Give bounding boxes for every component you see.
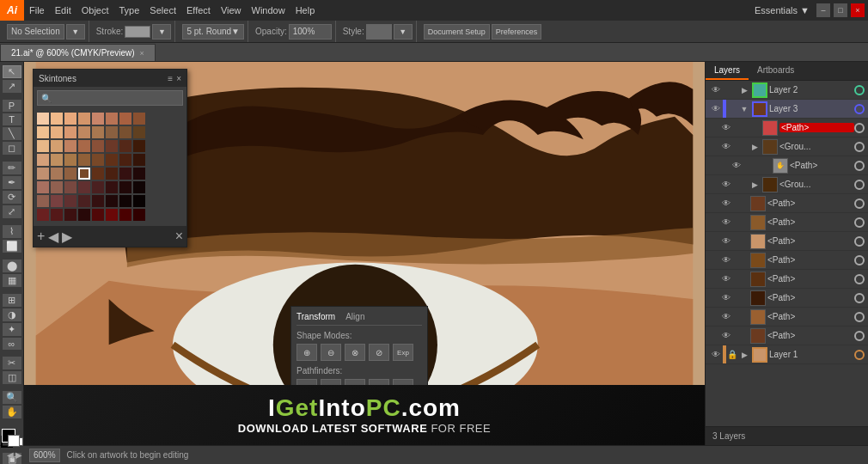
selection-dropdown[interactable]: No Selection xyxy=(7,24,64,40)
swatch-cell[interactable] xyxy=(106,140,118,152)
swatch-cell[interactable] xyxy=(37,154,49,166)
swatch-cell[interactable] xyxy=(64,126,76,138)
doc-setup-btn[interactable]: Document Setup xyxy=(424,24,490,40)
menu-effect[interactable]: Effect xyxy=(181,0,216,21)
skintones-prev-btn[interactable]: ◀ xyxy=(48,229,58,245)
skintones-trash-btn[interactable]: × xyxy=(175,229,183,244)
skintones-search-input[interactable] xyxy=(37,90,183,106)
swatch-cell[interactable] xyxy=(37,140,49,152)
swatch-cell[interactable] xyxy=(92,168,104,180)
background-swatch[interactable] xyxy=(8,435,20,447)
layer-row-path-4[interactable]: 👁 <Path> xyxy=(706,251,868,270)
swatch-cell[interactable] xyxy=(64,113,76,125)
line-tool[interactable]: ╲ xyxy=(3,127,21,140)
swatch-cell[interactable] xyxy=(37,195,49,207)
layer2-expand-icon[interactable]: ▶ xyxy=(738,86,750,95)
swatch-cell[interactable] xyxy=(51,113,63,125)
swatch-cell-selected[interactable] xyxy=(78,168,90,180)
swatch-cell[interactable] xyxy=(51,209,63,221)
swatch-cell[interactable] xyxy=(133,126,145,138)
eraser-tool[interactable]: ◫ xyxy=(3,371,21,384)
document-tab[interactable]: 21.ai* @ 600% (CMYK/Preview) × xyxy=(0,44,156,61)
swatch-cell[interactable] xyxy=(119,181,131,193)
swatch-cell[interactable] xyxy=(78,154,90,166)
menu-type[interactable]: Type xyxy=(114,0,145,21)
close-button[interactable]: × xyxy=(851,3,865,17)
zoom-display[interactable]: 600% xyxy=(29,449,60,462)
stroke-options-btn[interactable]: ▼ xyxy=(152,24,171,40)
swatch-cell[interactable] xyxy=(119,113,131,125)
swatch-cell[interactable] xyxy=(51,181,63,193)
menu-select[interactable]: Select xyxy=(144,0,181,21)
align-tab[interactable]: Align xyxy=(345,312,364,321)
group2-visibility[interactable]: 👁 xyxy=(719,180,733,189)
opacity-value[interactable]: 100% xyxy=(289,24,332,40)
swatch-cell[interactable] xyxy=(133,140,145,152)
swatch-cell[interactable] xyxy=(119,126,131,138)
swatch-cell[interactable] xyxy=(106,113,118,125)
layer3-visibility-icon[interactable]: 👁 xyxy=(709,104,723,113)
eyedropper-tool[interactable]: ✦ xyxy=(3,323,21,336)
swatch-cell[interactable] xyxy=(51,168,63,180)
swatch-cell[interactable] xyxy=(92,154,104,166)
blend-tool[interactable]: ∞ xyxy=(3,338,21,350)
layer-row-path-6[interactable]: 👁 <Path> xyxy=(706,289,868,308)
preferences-btn[interactable]: Preferences xyxy=(492,24,542,40)
menu-help[interactable]: Help xyxy=(290,0,321,21)
path2-vis[interactable]: 👁 xyxy=(719,217,733,227)
pen-tool[interactable]: P xyxy=(3,100,21,112)
rotate-tool[interactable]: ⟳ xyxy=(3,191,21,204)
swatch-cell[interactable] xyxy=(37,113,49,125)
paintbrush-tool[interactable]: ✏ xyxy=(3,162,21,174)
layer-row-path-2[interactable]: 👁 <Path> xyxy=(706,213,868,232)
expand-btn[interactable]: Exp xyxy=(393,344,413,361)
mesh-tool[interactable]: ⊞ xyxy=(3,294,21,307)
swatch-cell[interactable] xyxy=(106,181,118,193)
selection-tool[interactable]: ↖ xyxy=(3,65,21,78)
layer-row-layer1[interactable]: 👁 🔒 ▶ Layer 1 xyxy=(706,345,868,364)
swatch-cell[interactable] xyxy=(64,168,76,180)
layer-row-layer3[interactable]: 👁 ▼ Layer 3 xyxy=(706,100,868,119)
selection-options-btn[interactable]: ▼ xyxy=(66,24,85,40)
swatch-cell[interactable] xyxy=(78,195,90,207)
swatch-cell[interactable] xyxy=(92,126,104,138)
swatch-cell[interactable] xyxy=(133,168,145,180)
column-graph-tool[interactable]: ▦ xyxy=(3,274,21,287)
layer-row-path-5[interactable]: 👁 <Path> xyxy=(706,270,868,289)
path1-vis[interactable]: 👁 xyxy=(719,198,733,208)
layer1-lock-icon[interactable]: 🔒 xyxy=(726,350,738,359)
swatch-cell[interactable] xyxy=(78,209,90,221)
layer-row-path-highlighted[interactable]: 👁 <Path> xyxy=(706,119,868,137)
layer-row-layer2[interactable]: 👁 ▶ Layer 2 xyxy=(706,81,868,100)
nav-prev-icon[interactable]: ◀ xyxy=(7,450,14,460)
swatch-cell[interactable] xyxy=(64,195,76,207)
path7-vis[interactable]: 👁 xyxy=(719,312,733,321)
swatch-cell[interactable] xyxy=(51,154,63,166)
swatch-cell[interactable] xyxy=(92,195,104,207)
menu-edit[interactable]: Edit xyxy=(50,0,76,21)
path-highlighted-visibility[interactable]: 👁 xyxy=(719,123,733,132)
layer1-visibility[interactable]: 👁 xyxy=(709,350,723,359)
brush-dropdown[interactable]: 5 pt. Round ▼ xyxy=(182,24,244,40)
tab-close-btn[interactable]: × xyxy=(140,49,144,58)
scale-tool[interactable]: ⤢ xyxy=(3,205,21,218)
shape-tool[interactable]: ◻ xyxy=(3,142,21,155)
menu-view[interactable]: View xyxy=(216,0,247,21)
swatch-cell[interactable] xyxy=(106,126,118,138)
path-nested-visibility[interactable]: 👁 xyxy=(730,161,743,170)
maximize-button[interactable]: □ xyxy=(834,3,847,17)
transform-tab[interactable]: Transform xyxy=(296,312,335,321)
swatch-cell[interactable] xyxy=(106,209,118,221)
skintones-next-btn[interactable]: ▶ xyxy=(62,229,72,245)
minimize-button[interactable]: – xyxy=(816,3,830,17)
skintones-header[interactable]: Skintones ≡ × xyxy=(34,70,186,87)
swatch-cell[interactable] xyxy=(133,195,145,207)
skintones-add-swatch-btn[interactable]: + xyxy=(37,229,45,244)
swatch-cell[interactable] xyxy=(37,168,49,180)
swatch-cell[interactable] xyxy=(119,195,131,207)
swatch-cell[interactable] xyxy=(92,181,104,193)
swatch-cell[interactable] xyxy=(119,209,131,221)
swatch-cell[interactable] xyxy=(133,113,145,125)
warp-tool[interactable]: ⌇ xyxy=(3,225,21,238)
symbol-sprayer-tool[interactable]: ⬤ xyxy=(3,259,21,272)
